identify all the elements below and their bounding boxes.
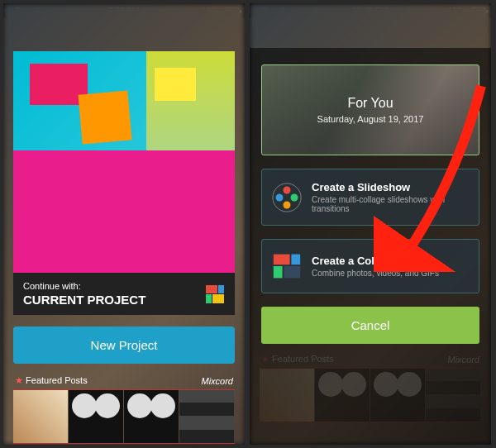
slideshow-icon — [272, 183, 302, 212]
for-you-title: For You — [347, 96, 393, 111]
phone-screen-right: ◂ Search ••••• 11:42 PM ᚼ 100% PICPLAYPO… — [250, 3, 491, 445]
current-project-title: CURRENT PROJECT — [23, 293, 145, 307]
create-menu-overlay: For You Saturday, August 19, 2017 Create… — [250, 48, 491, 445]
svg-point-7 — [284, 201, 291, 208]
svg-rect-3 — [212, 294, 224, 303]
featured-thumbnails[interactable] — [13, 389, 235, 444]
svg-point-5 — [284, 186, 291, 193]
cancel-button[interactable]: Cancel — [261, 307, 479, 344]
continue-project-bar[interactable]: Continue with: CURRENT PROJECT — [13, 273, 235, 315]
svg-rect-9 — [274, 255, 290, 265]
thumbnail[interactable] — [179, 390, 234, 443]
for-you-card[interactable]: For You Saturday, August 19, 2017 — [261, 64, 479, 155]
new-project-button[interactable]: New Project — [13, 326, 235, 364]
create-slideshow-card[interactable]: Create a Slideshow Create multi-collage … — [261, 169, 479, 226]
brand-label: Mixcord — [201, 376, 233, 386]
create-collage-card[interactable]: Create a Collage Combine photos, videos,… — [261, 239, 479, 293]
svg-rect-10 — [291, 255, 300, 265]
collage-icon — [272, 251, 302, 281]
continue-label: Continue with: — [23, 281, 145, 291]
thumbnail[interactable] — [69, 390, 123, 443]
svg-rect-1 — [218, 285, 224, 293]
star-icon: ★ — [15, 375, 23, 385]
featured-posts-section: ★ Featured Posts Mixcord View More — [13, 375, 235, 445]
phone-screen-left: ◂ Search ••••• 6:52 PM ᚼ 100% PICPLAYPOS… — [3, 3, 245, 445]
thumbnail[interactable] — [124, 390, 179, 443]
featured-label: Featured Posts — [26, 375, 88, 385]
view-more-button[interactable]: View More — [13, 444, 235, 445]
svg-rect-0 — [206, 285, 217, 293]
svg-point-6 — [291, 193, 298, 201]
current-project-preview[interactable] — [13, 51, 235, 273]
option-title: Create a Collage — [312, 255, 439, 267]
svg-point-8 — [276, 193, 284, 201]
for-you-date: Saturday, August 19, 2017 — [317, 114, 424, 124]
svg-rect-2 — [206, 294, 212, 303]
option-subtitle: Combine photos, videos, and GIFs — [312, 269, 439, 278]
option-subtitle: Create multi-collage slideshows with tra… — [312, 195, 469, 213]
thumbnail[interactable] — [13, 390, 68, 443]
svg-rect-12 — [284, 266, 300, 278]
option-title: Create a Slideshow — [312, 181, 469, 193]
svg-rect-11 — [274, 266, 283, 278]
collage-icon — [205, 284, 225, 304]
